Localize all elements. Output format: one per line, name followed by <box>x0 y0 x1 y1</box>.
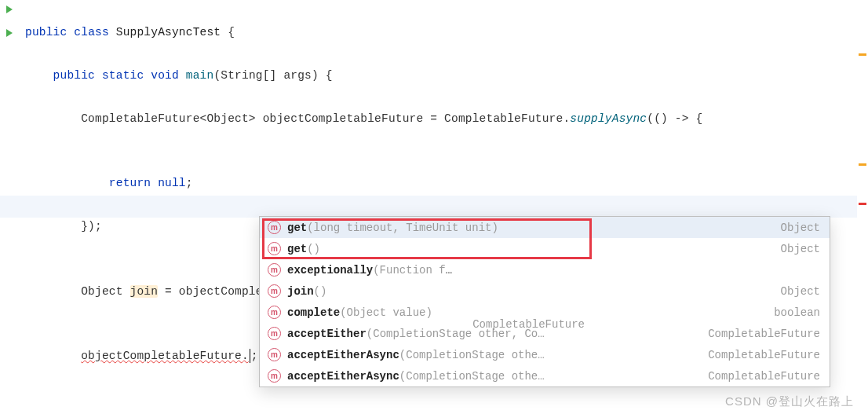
method-icon: m <box>268 306 281 319</box>
run-icon[interactable] <box>6 5 13 13</box>
method-icon: m <box>268 327 281 340</box>
stripe-mark[interactable] <box>859 53 866 56</box>
completion-item[interactable]: mexceptionally(Function fn)CompletableFu… <box>260 259 830 280</box>
method-icon: m <box>268 221 281 234</box>
unused-var: join <box>130 285 159 298</box>
error-span: objectCompletableFuture. <box>81 350 249 362</box>
method-icon: m <box>268 369 281 383</box>
completion-item[interactable]: macceptEitherAsync(CompletionStage othe…… <box>260 344 830 365</box>
completion-item[interactable]: macceptEitherAsync(CompletionStage othe…… <box>260 365 830 387</box>
signature: acceptEither(CompletionStage other, Co… <box>287 328 694 340</box>
stripe-mark[interactable] <box>859 203 866 205</box>
signature: acceptEitherAsync(CompletionStage othe… <box>287 349 694 361</box>
method-icon: m <box>268 242 281 255</box>
return-type: CompletableFuture <box>708 328 820 340</box>
completion-popup[interactable]: mget(long timeout, TimeUnit unit)Objectm… <box>259 216 830 387</box>
stripe-mark[interactable] <box>859 163 866 166</box>
method-icon: m <box>268 284 281 298</box>
signature: acceptEitherAsync(CompletionStage othe… <box>287 370 694 383</box>
signature: complete(Object value) <box>287 306 760 319</box>
method-icon: m <box>268 263 281 277</box>
run-icon[interactable] <box>6 29 13 37</box>
return-type: boolean <box>774 306 820 319</box>
method-icon: m <box>268 348 281 361</box>
caret <box>250 349 250 363</box>
signature: exceptionally(Function fn) <box>287 264 458 277</box>
return-type: CompletableFuture <box>708 349 820 361</box>
watermark: CSDN @登山火在路上 <box>725 394 854 409</box>
return-type: Object <box>781 285 820 298</box>
return-type: CompletableFuture <box>708 370 820 383</box>
signature: join() <box>287 285 767 298</box>
